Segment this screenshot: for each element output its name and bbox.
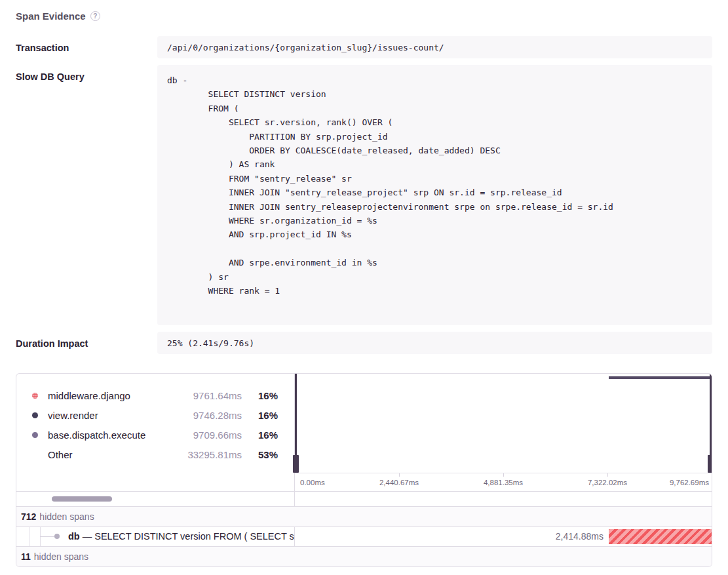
transaction-label: Transaction <box>16 36 157 58</box>
legend-op-duration: 9709.66ms <box>193 429 242 441</box>
span-duration: 2,414.88ms <box>556 527 603 546</box>
duration-impact-value: 25% (2.41s/9.76s) <box>157 332 712 354</box>
hidden-spans-row-after[interactable]: 11 hidden spans <box>16 546 712 566</box>
section-title: Span Evidence <box>16 10 86 22</box>
span-tree-header: middleware.django 9761.64ms 16% view.ren… <box>16 374 712 491</box>
span-op-color-dot <box>32 393 38 399</box>
span-row-db[interactable]: db — SELECT DISTINCT version FROM ( SELE… <box>16 526 712 546</box>
legend-op-percent: 53% <box>242 449 278 460</box>
tree-scrollbar-track[interactable] <box>16 492 295 506</box>
transaction-value: /api/0/organizations/{organization_slug}… <box>157 36 712 58</box>
axis-label: 2,440.67ms <box>379 479 419 486</box>
duration-impact-row: Duration Impact 25% (2.41s/9.76s) <box>16 332 712 354</box>
axis-label: 4,881.35ms <box>484 479 523 486</box>
span-description: SELECT DISTINCT version FROM ( SELECT sr… <box>94 531 294 542</box>
viewport-right-handle[interactable] <box>708 455 712 473</box>
minimap-selected-span-bar <box>609 376 712 379</box>
tree-connector-line <box>40 536 55 537</box>
legend-op-duration: 9761.64ms <box>193 390 242 401</box>
help-icon[interactable]: ? <box>90 11 100 21</box>
legend-op-name: view.render <box>48 410 193 421</box>
span-op-color-dot <box>32 412 38 418</box>
legend-op-name: base.dispatch.execute <box>48 429 193 441</box>
hidden-spans-count: 712 <box>21 511 36 522</box>
axis-label: 0.00ms <box>300 479 325 486</box>
axis-tick <box>399 473 400 477</box>
transaction-row: Transaction /api/0/organizations/{organi… <box>16 36 712 58</box>
tree-leaf-dot <box>54 534 60 539</box>
hidden-spans-row-before[interactable]: 712 hidden spans <box>16 506 712 526</box>
section-header: Span Evidence ? <box>16 10 712 22</box>
legend-op-duration: 33295.81ms <box>187 449 242 460</box>
axis-tick <box>607 473 608 477</box>
slow-db-query-label: Slow DB Query <box>16 65 157 325</box>
span-op-separator: — <box>83 531 92 542</box>
duration-impact-label: Duration Impact <box>16 332 157 354</box>
slow-db-query-row: Slow DB Query db - SELECT DISTINCT versi… <box>16 65 712 325</box>
axis-label: 7,322.02ms <box>588 479 627 486</box>
legend-op-name: middleware.django <box>48 390 193 401</box>
span-op: db <box>68 531 80 542</box>
minimap-column: 0.00ms 2,440.67ms 4,881.35ms 7,322.02ms … <box>295 374 712 491</box>
legend-op-duration: 9746.28ms <box>193 410 242 421</box>
span-title: db — SELECT DISTINCT version FROM ( SELE… <box>68 531 294 542</box>
viewport-left-handle[interactable] <box>293 455 299 473</box>
legend-item-other[interactable]: Other 33295.81ms 53% <box>16 445 294 465</box>
tree-guide-line <box>29 527 29 546</box>
legend-op-percent: 16% <box>242 410 278 421</box>
span-evidence-section: Span Evidence ? Transaction /api/0/organ… <box>0 0 728 567</box>
span-duration-bar <box>609 529 712 544</box>
hidden-spans-label: hidden spans <box>34 551 88 562</box>
legend-item-middleware-django[interactable]: middleware.django 9761.64ms 16% <box>16 386 294 406</box>
legend-item-view-render[interactable]: view.render 9746.28ms 16% <box>16 406 294 426</box>
tree-scrollbar-thumb[interactable] <box>52 496 112 502</box>
hidden-spans-label: hidden spans <box>39 511 94 522</box>
legend-op-percent: 16% <box>242 390 278 401</box>
span-op-color-dot <box>32 432 38 438</box>
span-op-legend: middleware.django 9761.64ms 16% view.ren… <box>16 374 295 491</box>
axis-tick <box>503 473 504 477</box>
span-tree-panel: middleware.django 9761.64ms 16% view.ren… <box>16 373 712 567</box>
time-axis: 0.00ms 2,440.67ms 4,881.35ms 7,322.02ms … <box>295 473 712 491</box>
hidden-spans-count: 11 <box>21 551 31 562</box>
legend-op-name: Other <box>48 449 187 460</box>
sql-query-text: db - SELECT DISTINCT version FROM ( SELE… <box>157 65 712 325</box>
legend-op-percent: 16% <box>242 429 278 441</box>
slow-db-query-value: db - SELECT DISTINCT version FROM ( SELE… <box>157 65 712 325</box>
axis-label: 9,762.69ms <box>670 479 709 486</box>
tree-scrollbar-row <box>16 491 712 506</box>
legend-item-base-dispatch-execute[interactable]: base.dispatch.execute 9709.66ms 16% <box>16 426 294 445</box>
span-minimap[interactable] <box>295 374 712 473</box>
span-row-description-cell: db — SELECT DISTINCT version FROM ( SELE… <box>16 527 295 546</box>
span-row-bar-cell: 2,414.88ms <box>295 527 712 546</box>
